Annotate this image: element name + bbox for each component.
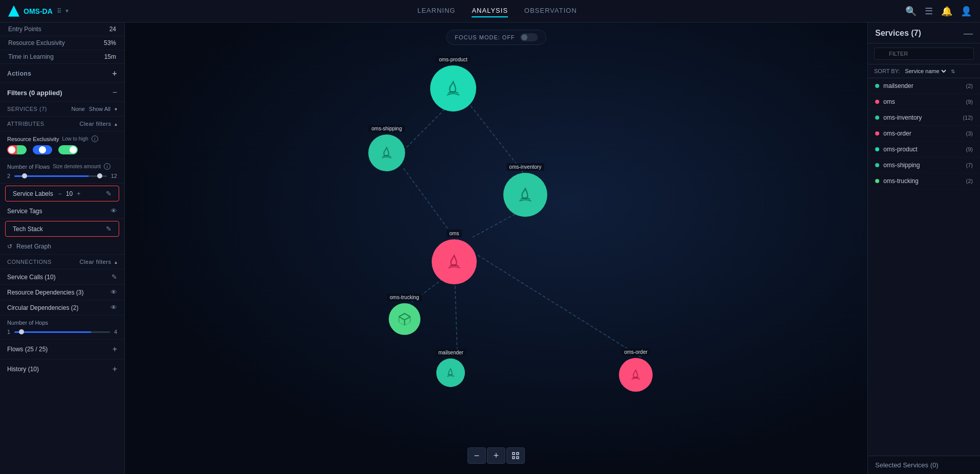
right-filter-row: 🔍	[868, 43, 980, 64]
attributes-row: ATTRIBUTES Clear filters ▴	[0, 117, 124, 131]
main-canvas[interactable]: FOCUS MODE: OFF oms-product	[125, 22, 867, 474]
right-filter-input[interactable]	[874, 48, 974, 60]
resource-deps-eye-icon[interactable]: 👁	[110, 288, 117, 296]
hops-thumb[interactable]	[19, 329, 24, 334]
attributes-chevron-icon[interactable]: ▴	[115, 121, 118, 127]
service-list-item-oms-shipping[interactable]: oms-shipping (7)	[868, 157, 980, 173]
nf-info-icon[interactable]: i	[104, 163, 110, 170]
history-section[interactable]: History (10) +	[0, 359, 124, 379]
flows-plus-icon[interactable]: +	[113, 345, 117, 354]
resource-deps-row[interactable]: Resource Dependencies (3) 👁	[0, 285, 124, 300]
user-icon[interactable]: 👤	[961, 6, 972, 17]
zoom-fit-icon	[511, 452, 520, 460]
nav-observation[interactable]: OBSERVATION	[524, 5, 577, 17]
zoom-fit-button[interactable]	[506, 447, 525, 464]
node-oms-inventory[interactable]: oms-inventory	[503, 163, 547, 217]
right-panel-title: Services (7)	[875, 29, 921, 38]
nf-thumb-left[interactable]	[22, 173, 27, 178]
hops-range-slider[interactable]	[14, 331, 110, 333]
resource-deps-label: Resource Dependencies (3)	[7, 289, 83, 296]
nav-learning[interactable]: LEARNING	[417, 5, 455, 17]
service-list-item-oms-order[interactable]: oms-order (3)	[868, 126, 980, 142]
filters-collapse-button[interactable]: −	[113, 88, 117, 97]
attributes-controls: Clear filters ▴	[79, 121, 117, 127]
service-list: mailsender (2) oms (9) oms-inventory (12…	[868, 78, 980, 456]
bell-icon[interactable]: 🔔	[941, 6, 952, 17]
service-list-item-oms-trucking[interactable]: oms-trucking (2)	[868, 173, 980, 189]
app-dropdown-icon[interactable]: ▾	[65, 8, 69, 14]
history-plus-icon[interactable]: +	[113, 365, 117, 374]
nav-analysis[interactable]: ANALYSIS	[472, 5, 508, 17]
circular-deps-eye-icon[interactable]: 👁	[110, 304, 117, 311]
search-icon[interactable]: 🔍	[905, 6, 917, 17]
service-dot-oms-order	[875, 131, 879, 136]
service-labels-plus-icon[interactable]: +	[77, 190, 81, 197]
service-labels-row[interactable]: Service Labels − 10 + ✎	[6, 186, 119, 201]
node-oms-order[interactable]: oms-order	[619, 348, 653, 392]
services-none-button[interactable]: None	[72, 106, 85, 112]
tech-stack-edit-icon[interactable]: ✎	[106, 225, 112, 233]
service-dot-oms-shipping	[875, 163, 879, 167]
node-oms-shipping[interactable]: oms-shipping	[368, 125, 405, 171]
re-toggle-3[interactable]	[58, 145, 78, 154]
service-dot-oms	[875, 100, 879, 104]
logo[interactable]: OMS-DA ⠿ ▾	[8, 6, 69, 17]
tech-stack-label: Tech Stack	[13, 225, 43, 233]
service-item-left-oms-shipping: oms-shipping	[875, 162, 920, 169]
java-icon-oms	[444, 252, 464, 272]
service-tags-eye-icon[interactable]: 👁	[110, 207, 117, 215]
focus-mode-toggle[interactable]	[520, 33, 538, 41]
service-list-item-oms-inventory[interactable]: oms-inventory (12)	[868, 110, 980, 126]
service-list-item-mailsender[interactable]: mailsender (2)	[868, 78, 980, 94]
stat-entry-points: Entry Points 24	[0, 22, 124, 36]
connections-chevron-icon[interactable]: ▴	[115, 259, 118, 265]
attributes-clear-filters-button[interactable]: Clear filters	[79, 121, 111, 127]
nf-thumb-right[interactable]	[97, 173, 102, 178]
service-name-oms-shipping: oms-shipping	[883, 162, 920, 169]
service-calls-row[interactable]: Service Calls (10) ✎	[0, 269, 124, 285]
re-toggle-2[interactable]	[33, 145, 52, 154]
svg-rect-10	[517, 457, 519, 459]
service-labels-minus[interactable]: −	[58, 190, 62, 197]
service-name-oms: oms	[883, 98, 895, 105]
right-panel-minimize-button[interactable]: —	[964, 29, 973, 38]
re-knob-3	[70, 146, 77, 153]
re-info-icon[interactable]: i	[92, 136, 98, 142]
menu-icon[interactable]: ☰	[925, 6, 933, 17]
hops-label: Number of Hops	[7, 320, 117, 326]
service-calls-label: Service Calls (10)	[7, 274, 56, 281]
node-oms[interactable]: oms	[432, 230, 477, 284]
node-mailsender[interactable]: mailsender	[435, 349, 466, 387]
re-toggle-1[interactable]	[7, 145, 27, 154]
node-oms-trucking[interactable]: oms-trucking	[387, 294, 422, 335]
connections-clear-button[interactable]: Clear filters	[79, 259, 111, 265]
service-list-item-oms[interactable]: oms (9)	[868, 94, 980, 110]
filters-title: Filters (0 applied)	[7, 89, 62, 97]
reset-graph-button[interactable]: ↺ Reset Graph	[0, 239, 124, 255]
services-showall-button[interactable]: Show All	[89, 106, 110, 112]
resource-exclusivity-value: 53%	[104, 39, 116, 47]
zoom-plus-button[interactable]: +	[487, 447, 505, 464]
zoom-minus-button[interactable]: −	[467, 447, 486, 464]
tech-stack-row[interactable]: Tech Stack ✎	[6, 221, 119, 236]
app-drag-icon: ⠿	[57, 8, 61, 15]
node-oms-product[interactable]: oms-product	[430, 56, 476, 111]
flows-label: Flows (25 / 25)	[7, 346, 48, 353]
sort-select[interactable]: Service name Count	[903, 67, 948, 75]
left-sidebar: Entry Points 24 Resource Exclusivity 53%…	[0, 22, 125, 474]
node-oms-order-label: oms-order	[621, 348, 651, 356]
circular-deps-row[interactable]: Circular Dependencies (2) 👁	[0, 300, 124, 315]
service-tags-row[interactable]: Service Tags 👁	[0, 204, 124, 219]
actions-plus-button[interactable]: +	[112, 69, 117, 78]
service-calls-edit-icon[interactable]: ✎	[112, 273, 117, 281]
service-item-left-oms-order: oms-order	[875, 130, 911, 137]
circular-deps-label: Circular Dependencies (2)	[7, 304, 78, 311]
service-list-item-oms-product[interactable]: oms-product (9)	[868, 142, 980, 157]
sort-arrows-icon[interactable]: ⇅	[951, 69, 955, 74]
service-item-left-oms: oms	[875, 98, 895, 105]
service-labels-edit-icon[interactable]: ✎	[106, 190, 112, 197]
node-mailsender-circle	[436, 358, 465, 387]
nf-range-slider[interactable]	[14, 175, 107, 177]
flows-section[interactable]: Flows (25 / 25) +	[0, 340, 124, 359]
services-chevron-icon[interactable]: ▾	[115, 106, 117, 112]
